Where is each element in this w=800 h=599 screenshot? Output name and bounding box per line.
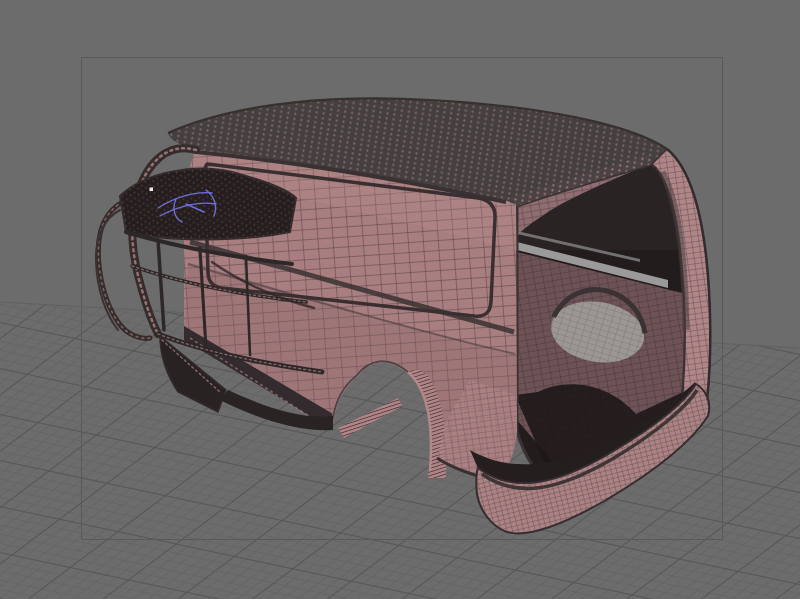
viewport-window [0,0,800,599]
vertex-marker [150,188,154,192]
perspective-viewport[interactable] [0,0,800,599]
